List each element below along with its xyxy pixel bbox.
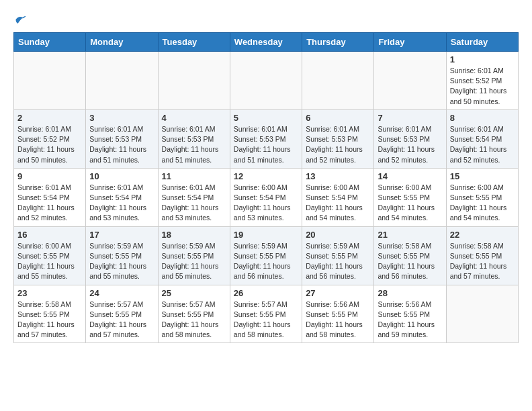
calendar-week-row: 1Sunrise: 6:01 AMSunset: 5:52 PMDaylight…: [14, 52, 519, 110]
day-info: Sunrise: 6:00 AMSunset: 5:54 PMDaylight:…: [306, 183, 370, 224]
day-number: 20: [306, 230, 370, 240]
day-number: 22: [450, 230, 515, 240]
day-number: 24: [89, 288, 154, 298]
day-info: Sunrise: 6:01 AMSunset: 5:52 PMDaylight:…: [17, 124, 82, 165]
logo: [13, 13, 27, 26]
calendar-day-cell: [230, 52, 302, 110]
day-number: 14: [378, 171, 442, 181]
day-info: Sunrise: 5:56 AMSunset: 5:55 PMDaylight:…: [306, 300, 370, 340]
calendar-day-cell: [86, 52, 158, 110]
calendar-week-row: 16Sunrise: 6:00 AMSunset: 5:55 PMDayligh…: [14, 226, 519, 285]
calendar-day-cell: [14, 52, 86, 110]
calendar-week-row: 9Sunrise: 6:01 AMSunset: 5:54 PMDaylight…: [14, 168, 519, 226]
day-info: Sunrise: 6:01 AMSunset: 5:53 PMDaylight:…: [89, 124, 154, 165]
day-info: Sunrise: 6:00 AMSunset: 5:55 PMDaylight:…: [378, 183, 442, 224]
calendar-day-cell: 22Sunrise: 5:58 AMSunset: 5:55 PMDayligh…: [446, 226, 518, 285]
calendar-day-cell: 25Sunrise: 5:57 AMSunset: 5:55 PMDayligh…: [158, 285, 230, 343]
day-info: Sunrise: 5:58 AMSunset: 5:55 PMDaylight:…: [378, 241, 442, 282]
day-number: 8: [450, 113, 515, 123]
day-number: 2: [17, 113, 82, 123]
day-info: Sunrise: 6:01 AMSunset: 5:52 PMDaylight:…: [450, 66, 515, 107]
calendar-day-cell: 12Sunrise: 6:00 AMSunset: 5:54 PMDayligh…: [230, 168, 302, 226]
calendar-day-cell: 24Sunrise: 5:57 AMSunset: 5:55 PMDayligh…: [86, 285, 158, 343]
calendar-day-cell: 26Sunrise: 5:57 AMSunset: 5:55 PMDayligh…: [230, 285, 302, 343]
calendar-day-cell: 20Sunrise: 5:59 AMSunset: 5:55 PMDayligh…: [302, 226, 374, 285]
day-number: 23: [17, 288, 82, 298]
weekday-header-monday: Monday: [86, 33, 158, 52]
day-number: 26: [234, 288, 298, 298]
calendar-day-cell: 17Sunrise: 5:59 AMSunset: 5:55 PMDayligh…: [86, 226, 158, 285]
weekday-header-wednesday: Wednesday: [230, 33, 302, 52]
weekday-header-row: SundayMondayTuesdayWednesdayThursdayFrid…: [14, 33, 519, 52]
calendar-week-row: 23Sunrise: 5:58 AMSunset: 5:55 PMDayligh…: [14, 285, 519, 343]
calendar-day-cell: 23Sunrise: 5:58 AMSunset: 5:55 PMDayligh…: [14, 285, 86, 343]
calendar-day-cell: 21Sunrise: 5:58 AMSunset: 5:55 PMDayligh…: [374, 226, 446, 285]
calendar-day-cell: 28Sunrise: 5:56 AMSunset: 5:55 PMDayligh…: [374, 285, 446, 343]
day-info: Sunrise: 5:59 AMSunset: 5:55 PMDaylight:…: [162, 241, 226, 282]
day-number: 10: [89, 171, 154, 181]
day-number: 6: [306, 113, 370, 123]
calendar-day-cell: 4Sunrise: 6:01 AMSunset: 5:53 PMDaylight…: [158, 109, 230, 168]
day-number: 7: [378, 113, 442, 123]
weekday-header-tuesday: Tuesday: [158, 33, 230, 52]
day-number: 5: [234, 113, 298, 123]
day-info: Sunrise: 6:01 AMSunset: 5:54 PMDaylight:…: [17, 183, 82, 224]
calendar-day-cell: 7Sunrise: 6:01 AMSunset: 5:53 PMDaylight…: [374, 109, 446, 168]
calendar-day-cell: [446, 285, 518, 343]
day-info: Sunrise: 6:01 AMSunset: 5:53 PMDaylight:…: [234, 124, 298, 165]
calendar-day-cell: 8Sunrise: 6:01 AMSunset: 5:54 PMDaylight…: [446, 109, 518, 168]
page-header: [13, 13, 519, 26]
calendar-day-cell: [374, 52, 446, 110]
calendar-day-cell: 11Sunrise: 6:01 AMSunset: 5:54 PMDayligh…: [158, 168, 230, 226]
day-info: Sunrise: 5:57 AMSunset: 5:55 PMDaylight:…: [234, 300, 298, 340]
day-number: 3: [89, 113, 154, 123]
day-number: 12: [234, 171, 298, 181]
day-info: Sunrise: 6:00 AMSunset: 5:55 PMDaylight:…: [450, 183, 515, 224]
calendar-day-cell: 5Sunrise: 6:01 AMSunset: 5:53 PMDaylight…: [230, 109, 302, 168]
day-info: Sunrise: 5:57 AMSunset: 5:55 PMDaylight:…: [89, 300, 154, 340]
day-number: 13: [306, 171, 370, 181]
calendar-day-cell: 10Sunrise: 6:01 AMSunset: 5:54 PMDayligh…: [86, 168, 158, 226]
day-number: 17: [89, 230, 154, 240]
calendar-day-cell: 1Sunrise: 6:01 AMSunset: 5:52 PMDaylight…: [446, 52, 518, 110]
logo-bird-icon: [15, 13, 27, 26]
day-number: 27: [306, 288, 370, 298]
day-info: Sunrise: 5:58 AMSunset: 5:55 PMDaylight:…: [450, 241, 515, 282]
weekday-header-sunday: Sunday: [14, 33, 86, 52]
calendar-day-cell: 15Sunrise: 6:00 AMSunset: 5:55 PMDayligh…: [446, 168, 518, 226]
calendar-week-row: 2Sunrise: 6:01 AMSunset: 5:52 PMDaylight…: [14, 109, 519, 168]
day-info: Sunrise: 6:01 AMSunset: 5:54 PMDaylight:…: [162, 183, 226, 224]
calendar-day-cell: 13Sunrise: 6:00 AMSunset: 5:54 PMDayligh…: [302, 168, 374, 226]
day-info: Sunrise: 6:01 AMSunset: 5:54 PMDaylight:…: [450, 124, 515, 165]
calendar-day-cell: 14Sunrise: 6:00 AMSunset: 5:55 PMDayligh…: [374, 168, 446, 226]
weekday-header-thursday: Thursday: [302, 33, 374, 52]
calendar-day-cell: 16Sunrise: 6:00 AMSunset: 5:55 PMDayligh…: [14, 226, 86, 285]
calendar-day-cell: 3Sunrise: 6:01 AMSunset: 5:53 PMDaylight…: [86, 109, 158, 168]
day-info: Sunrise: 6:01 AMSunset: 5:54 PMDaylight:…: [89, 183, 154, 224]
calendar-day-cell: 6Sunrise: 6:01 AMSunset: 5:53 PMDaylight…: [302, 109, 374, 168]
day-info: Sunrise: 5:58 AMSunset: 5:55 PMDaylight:…: [17, 300, 82, 340]
day-info: Sunrise: 5:56 AMSunset: 5:55 PMDaylight:…: [378, 300, 442, 340]
day-info: Sunrise: 5:57 AMSunset: 5:55 PMDaylight:…: [162, 300, 226, 340]
day-info: Sunrise: 6:01 AMSunset: 5:53 PMDaylight:…: [162, 124, 226, 165]
day-info: Sunrise: 6:00 AMSunset: 5:55 PMDaylight:…: [17, 241, 82, 282]
calendar-day-cell: 27Sunrise: 5:56 AMSunset: 5:55 PMDayligh…: [302, 285, 374, 343]
day-number: 11: [162, 171, 226, 181]
day-number: 1: [450, 54, 515, 64]
day-info: Sunrise: 6:01 AMSunset: 5:53 PMDaylight:…: [378, 124, 442, 165]
day-number: 18: [162, 230, 226, 240]
day-number: 9: [17, 171, 82, 181]
calendar-day-cell: 2Sunrise: 6:01 AMSunset: 5:52 PMDaylight…: [14, 109, 86, 168]
day-number: 25: [162, 288, 226, 298]
calendar-day-cell: [302, 52, 374, 110]
calendar-day-cell: 19Sunrise: 5:59 AMSunset: 5:55 PMDayligh…: [230, 226, 302, 285]
day-info: Sunrise: 6:00 AMSunset: 5:54 PMDaylight:…: [234, 183, 298, 224]
calendar-table: SundayMondayTuesdayWednesdayThursdayFrid…: [13, 32, 519, 343]
day-number: 28: [378, 288, 442, 298]
day-info: Sunrise: 5:59 AMSunset: 5:55 PMDaylight:…: [89, 241, 154, 282]
weekday-header-saturday: Saturday: [446, 33, 518, 52]
day-number: 16: [17, 230, 82, 240]
calendar-day-cell: 18Sunrise: 5:59 AMSunset: 5:55 PMDayligh…: [158, 226, 230, 285]
day-number: 21: [378, 230, 442, 240]
calendar-day-cell: [158, 52, 230, 110]
